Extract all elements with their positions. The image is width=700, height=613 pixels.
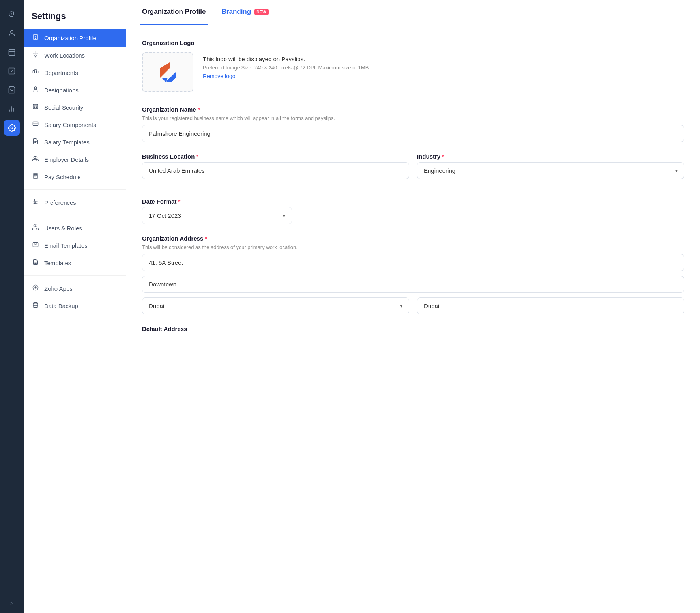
sidebar-item-preferences[interactable]: Preferences bbox=[24, 194, 126, 211]
default-address-group: Default Address bbox=[142, 325, 684, 332]
svg-point-27 bbox=[36, 175, 37, 175]
svg-point-29 bbox=[35, 176, 36, 176]
industry-select-wrapper: Engineering Finance Healthcare Technolog… bbox=[417, 162, 684, 179]
sidebar-divider-1 bbox=[24, 189, 126, 190]
business-location-input[interactable] bbox=[142, 162, 409, 179]
city-state-row: Dubai Abu Dhabi Sharjah Ajman ▼ bbox=[142, 297, 684, 314]
sidebar-item-pay-schedule[interactable]: Pay Schedule bbox=[24, 168, 126, 185]
date-format-label: Date Format* bbox=[142, 198, 684, 205]
industry-label: Industry* bbox=[417, 153, 684, 160]
logo-main-text: This logo will be displayed on Payslips. bbox=[203, 56, 370, 62]
salary-templates-icon bbox=[32, 138, 39, 146]
industry-select[interactable]: Engineering Finance Healthcare Technolog… bbox=[417, 162, 684, 179]
departments-icon bbox=[32, 69, 39, 77]
org-name-label: Organization Name* bbox=[142, 106, 684, 113]
salary-components-icon bbox=[32, 121, 39, 129]
employer-details-icon bbox=[32, 155, 39, 163]
sidebar-item-label: Salary Components bbox=[44, 121, 96, 128]
sidebar-item-templates[interactable]: Templates bbox=[24, 254, 126, 271]
date-format-form-group: Date Format* 17 Oct 2023 10/17/2023 2023… bbox=[142, 198, 684, 224]
logo-form-group: Organization Logo This logo will be disp… bbox=[142, 39, 684, 92]
svg-marker-43 bbox=[160, 68, 170, 78]
org-name-hint: This is your registered business name wh… bbox=[142, 115, 684, 121]
sidebar-item-label: Preferences bbox=[44, 199, 76, 206]
pay-schedule-icon bbox=[32, 173, 39, 181]
svg-point-25 bbox=[34, 175, 35, 175]
email-templates-icon bbox=[32, 241, 39, 249]
person-rail-icon[interactable] bbox=[4, 25, 20, 41]
svg-rect-14 bbox=[35, 69, 36, 73]
preferences-icon bbox=[32, 198, 39, 206]
sidebar-item-departments[interactable]: Departments bbox=[24, 64, 126, 81]
org-address-label: Organization Address* bbox=[142, 235, 684, 242]
chart-rail-icon[interactable] bbox=[4, 101, 20, 117]
svg-rect-13 bbox=[33, 71, 34, 73]
sidebar-item-data-backup[interactable]: Data Backup bbox=[24, 297, 126, 314]
new-badge: NEW bbox=[254, 9, 269, 15]
branding-tab-label: Branding bbox=[222, 8, 251, 16]
calendar-rail-icon[interactable] bbox=[4, 44, 20, 60]
svg-point-0 bbox=[11, 30, 13, 33]
svg-point-23 bbox=[34, 156, 36, 158]
sidebar-item-work-locations[interactable]: Work Locations bbox=[24, 47, 126, 64]
svg-point-42 bbox=[33, 302, 38, 304]
sidebar-item-label: Work Locations bbox=[44, 52, 85, 59]
sidebar-item-salary-templates[interactable]: Salary Templates bbox=[24, 133, 126, 151]
sidebar-item-email-templates[interactable]: Email Templates bbox=[24, 237, 126, 254]
svg-point-10 bbox=[11, 127, 13, 129]
work-locations-icon bbox=[32, 51, 39, 59]
designations-icon bbox=[32, 86, 39, 94]
sidebar-item-users-roles[interactable]: Users & Roles bbox=[24, 219, 126, 237]
sidebar-divider-3 bbox=[24, 275, 126, 276]
check-rail-icon[interactable] bbox=[4, 63, 20, 79]
sidebar: Settings Organization Profile Work Locat… bbox=[24, 0, 126, 613]
svg-rect-19 bbox=[33, 122, 38, 125]
users-roles-icon bbox=[32, 224, 39, 232]
sidebar-item-label: Organization Profile bbox=[44, 35, 96, 41]
default-address-label: Default Address bbox=[142, 325, 684, 332]
remove-logo-link[interactable]: Remove logo bbox=[203, 73, 370, 79]
bag-rail-icon[interactable] bbox=[4, 82, 20, 98]
city-select-wrapper: Dubai Abu Dhabi Sharjah Ajman ▼ bbox=[142, 297, 409, 314]
tabs-bar: Organization Profile Branding NEW bbox=[126, 0, 700, 25]
sidebar-item-label: Social Security bbox=[44, 104, 83, 111]
sidebar-item-zoho-apps[interactable]: Z Zoho Apps bbox=[24, 280, 126, 297]
svg-point-36 bbox=[34, 225, 36, 227]
sidebar-item-social-security[interactable]: Social Security bbox=[24, 99, 126, 116]
svg-rect-15 bbox=[37, 71, 38, 73]
logo-preview[interactable] bbox=[142, 52, 193, 92]
svg-text:Z: Z bbox=[35, 286, 36, 288]
content-area: Organization Logo This logo will be disp… bbox=[126, 25, 700, 613]
collapse-button[interactable]: > bbox=[4, 596, 20, 607]
svg-point-33 bbox=[34, 200, 35, 201]
sidebar-item-org-profile[interactable]: Organization Profile bbox=[24, 29, 126, 47]
org-name-input[interactable] bbox=[142, 125, 684, 142]
tab-branding[interactable]: Branding NEW bbox=[220, 0, 270, 25]
sidebar-item-employer-details[interactable]: Employer Details bbox=[24, 151, 126, 168]
social-security-icon bbox=[32, 103, 39, 111]
sidebar-divider-2 bbox=[24, 215, 126, 215]
tab-org-profile[interactable]: Organization Profile bbox=[140, 0, 208, 25]
date-format-select[interactable]: 17 Oct 2023 10/17/2023 2023-10-17 17/10/… bbox=[142, 207, 292, 224]
sidebar-item-designations[interactable]: Designations bbox=[24, 81, 126, 99]
settings-rail-icon[interactable] bbox=[4, 120, 20, 136]
svg-rect-1 bbox=[9, 49, 15, 55]
org-name-form-group: Organization Name* This is your register… bbox=[142, 106, 684, 142]
svg-point-12 bbox=[35, 53, 36, 54]
templates-icon bbox=[32, 259, 39, 267]
city-select[interactable]: Dubai Abu Dhabi Sharjah Ajman bbox=[142, 297, 409, 314]
org-address-form-group: Organization Address* This will be consi… bbox=[142, 235, 684, 314]
sidebar-title: Settings bbox=[24, 0, 126, 29]
clock-rail-icon[interactable]: ⏱ bbox=[4, 6, 20, 22]
state-input[interactable] bbox=[417, 297, 684, 314]
business-location-group: Business Location* bbox=[142, 153, 409, 179]
sidebar-item-label: Templates bbox=[44, 260, 71, 266]
svg-point-26 bbox=[35, 175, 36, 175]
sidebar-item-label: Zoho Apps bbox=[44, 285, 73, 292]
sidebar-item-label: Users & Roles bbox=[44, 225, 82, 232]
address-line2-input[interactable] bbox=[142, 276, 684, 293]
address-line1-input[interactable] bbox=[142, 254, 684, 271]
sidebar-item-salary-components[interactable]: Salary Components bbox=[24, 116, 126, 133]
sidebar-item-label: Email Templates bbox=[44, 242, 88, 249]
org-profile-icon bbox=[32, 34, 39, 42]
